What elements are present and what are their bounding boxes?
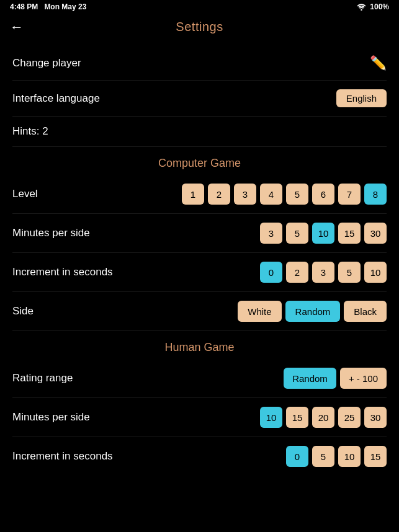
cmin-btn-3[interactable]: 3 (260, 223, 282, 244)
side-row: Side White Random Black (12, 292, 387, 331)
battery-text: 100% (370, 2, 389, 11)
level-btn-group: 1 2 3 4 5 6 7 8 (182, 184, 387, 205)
cinc-btn-3[interactable]: 3 (312, 262, 334, 283)
human-increment-row: Increment in seconds 0 5 10 15 (12, 437, 387, 476)
computer-minutes-btn-group: 3 5 10 15 30 (260, 223, 387, 244)
hmin-btn-15[interactable]: 15 (286, 407, 308, 428)
computer-game-title: Computer Game (12, 147, 387, 175)
cmin-btn-30[interactable]: 30 (364, 223, 387, 244)
computer-minutes-row: Minutes per side 3 5 10 15 30 (12, 214, 387, 253)
hinc-btn-5[interactable]: 5 (312, 446, 334, 467)
rating-range-row: Rating range Random + - 100 (12, 359, 387, 398)
hmin-btn-30[interactable]: 30 (364, 407, 387, 428)
side-label: Side (12, 305, 34, 317)
wifi-icon (357, 3, 366, 11)
computer-minutes-label: Minutes per side (12, 227, 90, 239)
rating-btn-100[interactable]: + - 100 (340, 368, 387, 389)
side-btn-white[interactable]: White (238, 301, 281, 322)
level-btn-6[interactable]: 6 (312, 184, 334, 205)
cinc-btn-2[interactable]: 2 (286, 262, 308, 283)
cinc-btn-0[interactable]: 0 (260, 262, 282, 283)
cinc-btn-5[interactable]: 5 (338, 262, 361, 283)
side-btn-black[interactable]: Black (344, 301, 387, 322)
cmin-btn-15[interactable]: 15 (338, 223, 361, 244)
hints-row: Hints: 2 (12, 117, 387, 147)
hinc-btn-10[interactable]: 10 (338, 446, 361, 467)
page-title: Settings (176, 20, 223, 34)
level-btn-4[interactable]: 4 (260, 184, 282, 205)
interface-language-label: Interface language (12, 92, 100, 105)
rating-btn-group: Random + - 100 (284, 368, 387, 389)
cmin-btn-10[interactable]: 10 (312, 223, 334, 244)
rating-btn-random[interactable]: Random (284, 368, 336, 389)
computer-increment-btn-group: 0 2 3 5 10 (260, 262, 387, 283)
change-player-label: Change player (12, 57, 81, 69)
cmin-btn-5[interactable]: 5 (286, 223, 308, 244)
hints-label: Hints: 2 (12, 125, 48, 137)
level-btn-1[interactable]: 1 (182, 184, 204, 205)
side-btn-group: White Random Black (238, 301, 387, 322)
settings-content: Change player ✏️ Interface language Engl… (0, 40, 399, 482)
status-bar: 4:48 PM Mon May 23 100% (0, 0, 399, 14)
computer-increment-label: Increment in seconds (12, 266, 113, 278)
hmin-btn-10[interactable]: 10 (260, 407, 282, 428)
header: ← Settings (0, 14, 399, 40)
human-increment-label: Increment in seconds (12, 450, 113, 463)
level-btn-5[interactable]: 5 (286, 184, 308, 205)
change-player-row: Change player ✏️ (12, 47, 387, 81)
status-icons: 100% (357, 2, 389, 11)
human-minutes-label: Minutes per side (12, 411, 90, 423)
interface-language-button[interactable]: English (336, 89, 387, 107)
level-btn-3[interactable]: 3 (234, 184, 256, 205)
human-minutes-btn-group: 10 15 20 25 30 (260, 407, 387, 428)
svg-point-0 (361, 9, 362, 11)
human-minutes-row: Minutes per side 10 15 20 25 30 (12, 398, 387, 437)
hmin-btn-25[interactable]: 25 (338, 407, 361, 428)
level-label: Level (12, 188, 38, 200)
level-btn-2[interactable]: 2 (208, 184, 230, 205)
hinc-btn-0[interactable]: 0 (286, 446, 308, 467)
hmin-btn-20[interactable]: 20 (312, 407, 334, 428)
status-time-date: 4:48 PM Mon May 23 (10, 2, 86, 11)
computer-increment-row: Increment in seconds 0 2 3 5 10 (12, 253, 387, 292)
interface-language-row: Interface language English (12, 81, 387, 117)
human-game-title: Human Game (12, 331, 387, 359)
rating-range-label: Rating range (12, 372, 73, 384)
hinc-btn-15[interactable]: 15 (364, 446, 387, 467)
side-btn-random[interactable]: Random (285, 301, 341, 322)
level-btn-7[interactable]: 7 (338, 184, 361, 205)
level-btn-8[interactable]: 8 (364, 184, 387, 205)
hints-value: 2 (42, 125, 48, 137)
pencil-icon[interactable]: ✏️ (370, 55, 387, 71)
cinc-btn-10[interactable]: 10 (364, 262, 387, 283)
human-increment-btn-group: 0 5 10 15 (286, 446, 387, 467)
level-row: Level 1 2 3 4 5 6 7 8 (12, 175, 387, 214)
back-button[interactable]: ← (10, 19, 24, 35)
